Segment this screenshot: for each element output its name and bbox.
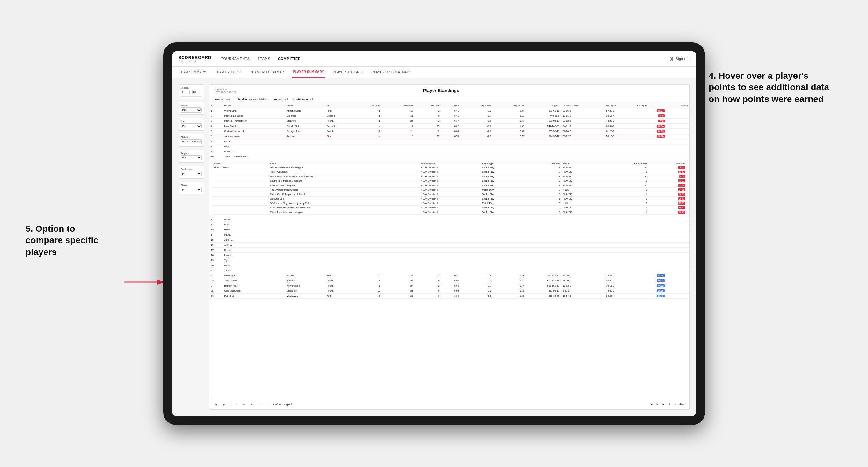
- tablet-screen: SCOREBOARD Powered by clippi TOURNAMENTS…: [172, 51, 696, 416]
- filter-player: Player (All): [179, 182, 204, 194]
- col-avg-sg: Avg SG: [526, 103, 561, 108]
- chevron-down-icon: ▾: [662, 403, 664, 406]
- cell-vs25: 57-23-0: [604, 108, 635, 113]
- table-row: 15Jake I...: [210, 237, 689, 242]
- view-original-button[interactable]: 👁 View: Original: [272, 403, 292, 406]
- filter-info-division-label: Division:: [237, 98, 248, 101]
- subnav-team-h2h-heatmap[interactable]: TEAM H2H HEATMAP: [250, 66, 285, 78]
- table-row: 21Tachi...: [210, 268, 689, 273]
- table-row: 23 Jack Lundin Missouri Fourth 11 24 0 6…: [210, 278, 689, 283]
- annotation-4: 4. Hover over a player's points to see a…: [709, 70, 830, 105]
- filter-region: Region N/A: [179, 150, 204, 162]
- table-row: 10 Jacks... Jackson Koivu: [210, 154, 689, 159]
- filter-info-division: Division: NCAA Division I: [237, 98, 269, 101]
- filter-year-label: Year: [181, 120, 202, 122]
- undo-button[interactable]: ↩: [249, 402, 255, 407]
- filters-panel: No Rds. - Gender Men Year: [179, 85, 204, 410]
- filter-info-row: Gender: Men Division: NCAA Division I Re…: [210, 96, 689, 103]
- event-row: Wake Forest Invitational at Pinehurst No…: [212, 174, 687, 179]
- toolbar-right: 👁 Watch ▾ ⬇ ⬆ Share: [650, 402, 685, 407]
- toolbar-divider-3: [269, 402, 269, 407]
- filter-info-gender: Gender: Men: [215, 98, 231, 101]
- col-no-rds: No Rds.: [414, 103, 441, 108]
- col-overall-record: Overall Record: [561, 103, 605, 108]
- table-row: 3 Michael Thorbjornsen Stanford Fourth 1…: [210, 118, 689, 123]
- timer-button[interactable]: ⏱: [260, 402, 266, 407]
- col-adj-score: Adj. Score: [460, 103, 493, 108]
- table-header-row: # Player School Yr Reg Rank Conf Rank No…: [210, 103, 689, 108]
- filter-no-rds-max[interactable]: [192, 90, 201, 94]
- table-row: 14Mane...: [210, 232, 689, 237]
- watch-button[interactable]: 👁 Watch ▾: [650, 403, 664, 406]
- tablet-frame: SCOREBOARD Powered by clippi TOURNAMENTS…: [163, 42, 705, 425]
- table-row: 25 Cole Sherwood Vanderbilt Fourth 12 23…: [210, 288, 689, 293]
- logo-powered: Powered by clippi: [179, 60, 212, 62]
- subnav-team-h2h-grid[interactable]: TEAM H2H GRID: [215, 66, 242, 78]
- subnav-player-summary[interactable]: PLAYER SUMMARY: [292, 66, 325, 78]
- footer-toolbar: ◀ ▶ ↺ ⧉ ↩ ⏱ 👁 View: Original 👁: [210, 400, 689, 409]
- table-row: 5 Christo Lamprecht Georgia Tech Fourth …: [210, 128, 689, 133]
- event-row: SEC Match Play hosted by Jerry Pate NCAA…: [212, 201, 687, 205]
- event-row: Southern Highlands Collegiate NCAA Divis…: [212, 179, 687, 183]
- filter-player-select[interactable]: (All): [181, 187, 202, 192]
- logo-area: SCOREBOARD Powered by clippi: [179, 55, 212, 62]
- filter-no-rds-label: No Rds.: [181, 87, 202, 89]
- subnav-team-summary[interactable]: TEAM SUMMARY: [179, 66, 207, 78]
- table-row: 11Gonk...: [210, 217, 689, 222]
- subnav-player-h2h-heatmap[interactable]: PLAYER H2H HEATMAP: [371, 66, 410, 78]
- cell-avg-to-par: 3.07: [493, 108, 526, 113]
- filter-info-gender-value: Men: [226, 98, 231, 101]
- event-row: Tiger Invitational NCAA Division I Strok…: [212, 169, 687, 174]
- col-yr: Yr: [325, 103, 351, 108]
- refresh-button[interactable]: ↺: [233, 402, 239, 407]
- nav-right: ❯| Sign out: [670, 56, 690, 62]
- nav-tournaments[interactable]: TOURNAMENTS: [221, 56, 250, 62]
- table-row: 26 Petr Hruby Washington Fifth 7 23 0 68…: [210, 293, 689, 299]
- cell-adj-score: -3.2: [460, 108, 493, 113]
- filter-conference-select[interactable]: (All): [181, 171, 202, 176]
- filter-conference: Conference (All): [179, 166, 204, 179]
- event-row: Amer An Intercollegiate NCAA Division I …: [212, 183, 687, 187]
- event-row: Mirabel Maui Jim Intercollegiate NCAA Di…: [212, 210, 687, 214]
- table-row: 22 Ian Gilligan Florida Third 10 24 1 68…: [210, 273, 689, 278]
- watch-icon: 👁: [650, 403, 653, 406]
- table-row: 9 Presto...: [210, 149, 689, 154]
- filter-division-label: Division: [181, 136, 202, 138]
- table-row: 8 Mats...: [210, 144, 689, 149]
- forward-button[interactable]: ▶: [221, 402, 227, 407]
- filter-division-select[interactable]: NCAA Division I: [181, 139, 202, 145]
- col-num: #: [210, 103, 223, 108]
- nav-committee[interactable]: COMMITTEE: [278, 56, 301, 62]
- nav-sign-out[interactable]: Sign out: [676, 56, 689, 62]
- table-row: 4 Luke Clanton Florida State Second - 5 …: [210, 123, 689, 128]
- nav-links: TOURNAMENTS TEAMS COMMITTEE: [221, 56, 670, 62]
- subnav-player-h2h-grid[interactable]: PLAYER H2H GRID: [333, 66, 364, 78]
- event-row: Jackson Koivu UNCW Seahawk Intercollegia…: [212, 165, 687, 169]
- content-title: Player Standings: [236, 88, 646, 93]
- cell-yr: First: [325, 108, 351, 113]
- filter-no-rds-min[interactable]: [181, 90, 190, 94]
- toolbar-divider-2: [257, 402, 258, 407]
- cell-overall: 29-15-0: [561, 108, 605, 113]
- nav-teams[interactable]: TEAMS: [257, 56, 270, 62]
- table-row: 17David...: [210, 247, 689, 252]
- back-button[interactable]: ◀: [213, 402, 219, 407]
- filter-year-select[interactable]: (All): [181, 123, 202, 128]
- col-school: School: [285, 103, 325, 108]
- download-button[interactable]: ⬇: [666, 402, 672, 407]
- event-popup-row: Player Event Event Division Event Type R…: [210, 159, 689, 217]
- col-avg-to-par: Avg to-Par: [493, 103, 526, 108]
- cell-rank: 1: [210, 108, 223, 113]
- content-header: Update time: 27/03/2024 16:56:26 Player …: [210, 85, 689, 96]
- filter-no-rds: No Rds. -: [179, 85, 204, 99]
- table-row: 7 Nichi...: [210, 139, 689, 144]
- filter-no-rds-slider[interactable]: [181, 96, 202, 97]
- cell-points[interactable]: 88.27: [636, 108, 666, 113]
- filter-region-select[interactable]: N/A: [181, 155, 202, 160]
- filter-gender-select[interactable]: Men: [181, 107, 202, 113]
- filter-year: Year (All): [179, 118, 204, 131]
- copy-button[interactable]: ⧉: [241, 402, 247, 407]
- share-button[interactable]: ⬆ Share: [675, 403, 686, 406]
- cell-conf-rank: 15: [382, 108, 415, 113]
- main-content: No Rds. - Gender Men Year: [172, 78, 696, 416]
